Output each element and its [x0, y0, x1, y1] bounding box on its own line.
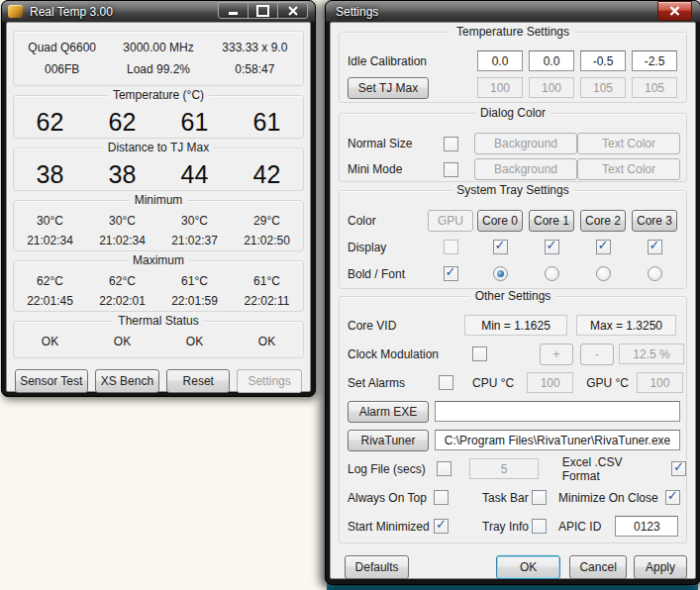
settings-close-button[interactable]	[657, 1, 692, 21]
minimize-button[interactable]	[218, 2, 249, 19]
cpu-info-panel: Quad Q6600 3000.00 MHz 333.33 x 9.0 006F…	[13, 31, 304, 86]
dialog-color-group: Dialog Color Normal Size Background Text…	[339, 113, 687, 182]
log-file-label: Log File (secs)	[348, 462, 437, 476]
idle-calibration-label: Idle Calibration	[348, 54, 474, 68]
font-core1-radio[interactable]	[545, 266, 559, 281]
set-tj-max-button[interactable]: Set TJ Max	[348, 77, 429, 99]
core1-min-temp: 30°C	[86, 211, 158, 231]
rivatuner-path-field[interactable]: C:\Program Files\RivaTuner\RivaTuner.exe	[435, 430, 680, 450]
task-bar-checkbox[interactable]	[532, 490, 547, 505]
clock-modulation-label: Clock Modulation	[348, 347, 472, 361]
always-on-top-checkbox[interactable]	[434, 490, 449, 505]
realtemp-titlebar: Real Temp 3.00	[2, 1, 315, 22]
font-core3-radio[interactable]	[648, 266, 662, 281]
realtemp-app-icon	[8, 5, 23, 18]
core0-thermal-status: OK	[14, 335, 86, 348]
minimize-on-close-label: Minimize On Close	[558, 491, 658, 505]
mini-mode-checkbox[interactable]	[444, 162, 458, 177]
settings-button: Settings	[237, 369, 302, 393]
close-button[interactable]	[277, 2, 308, 19]
tray-info-checkbox[interactable]	[532, 519, 547, 534]
display-core3-checkbox[interactable]	[648, 240, 662, 254]
core0-distance: 38	[14, 160, 86, 189]
core2-max-time: 22:01:59	[158, 291, 231, 311]
ok-button[interactable]: OK	[496, 555, 560, 579]
core-vid-min-readout: Min = 1.1625	[464, 315, 567, 336]
realtemp-button-row: Sensor Test XS Bench Reset Settings	[13, 369, 304, 393]
window-controls	[219, 2, 308, 19]
defaults-button[interactable]: Defaults	[345, 555, 409, 579]
tray-color-label: Color	[348, 214, 427, 228]
maximum-panel-title: Maximum	[128, 253, 189, 267]
core2-min-temp: 30°C	[158, 211, 231, 231]
core3-color-button[interactable]: Core 3	[632, 210, 677, 232]
core1-max-temp: 62°C	[86, 271, 158, 291]
minimize-on-close-checkbox[interactable]	[665, 490, 680, 505]
bold-font-checkbox[interactable]	[444, 266, 458, 281]
alarm-exe-button[interactable]: Alarm EXE	[348, 401, 429, 423]
core1-color-button[interactable]: Core 1	[529, 210, 574, 232]
log-file-checkbox[interactable]	[437, 461, 451, 476]
reset-button[interactable]: Reset	[166, 369, 230, 393]
gpu-alarm-label: GPU °C	[586, 376, 629, 390]
tray-display-label: Display	[348, 241, 427, 254]
core-vid-label: Core VID	[348, 319, 464, 333]
normal-size-label: Normal Size	[348, 137, 427, 150]
core0-color-button[interactable]: Core 0	[477, 210, 523, 232]
core2-temp: 61	[158, 108, 231, 137]
core3-max-time: 22:02:11	[231, 291, 303, 311]
core-vid-max-readout: Max = 1.3250	[576, 315, 676, 336]
uptime: 0:58:47	[207, 62, 303, 76]
system-tray-group: System Tray Settings Color GPU Core 0 Co…	[339, 190, 687, 289]
excel-csv-label: Excel .CSV Format	[562, 455, 662, 483]
apic-id-field[interactable]: 0123	[615, 516, 678, 537]
xs-bench-button[interactable]: XS Bench	[95, 369, 160, 393]
settings-titlebar: Settings	[326, 1, 700, 22]
clock-modulation-checkbox[interactable]	[472, 346, 487, 361]
cpu-alarm-field: 100	[527, 372, 573, 393]
other-settings-title: Other Settings	[470, 289, 556, 303]
start-minimized-label: Start Minimized	[348, 520, 434, 534]
core1-distance: 38	[86, 160, 158, 189]
apply-button[interactable]: Apply	[634, 555, 687, 579]
close-icon	[288, 6, 298, 16]
realtemp-client-area: Quad Q6600 3000.00 MHz 333.33 x 9.0 006F…	[6, 22, 311, 392]
core0-max-time: 22:01:45	[14, 291, 86, 311]
cpu-id: 006FB	[14, 62, 110, 76]
excel-csv-checkbox[interactable]	[671, 461, 686, 476]
cancel-button[interactable]: Cancel	[569, 555, 627, 579]
display-core1-checkbox[interactable]	[545, 240, 559, 254]
font-core2-radio[interactable]	[596, 266, 611, 281]
realtemp-window: Real Temp 3.00 Quad Q6600 3000.00 MHz 33…	[1, 0, 316, 397]
maximize-icon	[256, 5, 269, 17]
rivatuner-button[interactable]: RivaTuner	[348, 430, 429, 451]
font-core0-radio[interactable]	[493, 266, 508, 281]
idle-calibration-core1-field[interactable]: 0.0	[529, 50, 574, 71]
maximize-button[interactable]	[248, 2, 278, 19]
idle-calibration-core3-field[interactable]: -2.5	[632, 50, 677, 71]
start-minimized-checkbox[interactable]	[434, 519, 449, 534]
dialog-color-title: Dialog Color	[475, 106, 550, 120]
temperature-settings-title: Temperature Settings	[451, 25, 574, 39]
tj-max-core0-field: 100	[477, 77, 523, 98]
core2-color-button[interactable]: Core 2	[580, 210, 626, 232]
distance-tjmax-title: Distance to TJ Max	[103, 141, 214, 154]
display-core0-checkbox[interactable]	[493, 240, 508, 254]
cpu-load: Load 99.2%	[110, 62, 206, 76]
alarm-exe-path-field[interactable]	[435, 401, 680, 422]
thermal-status-title: Thermal Status	[113, 314, 203, 328]
idle-calibration-core0-field[interactable]: 0.0	[477, 50, 523, 71]
core0-temp: 62	[14, 108, 86, 137]
thermal-status-panel: Thermal Status OK OK OK OK	[13, 321, 304, 358]
normal-size-checkbox[interactable]	[444, 137, 458, 151]
temperature-panel-title: Temperature (°C)	[108, 88, 209, 102]
set-alarms-checkbox[interactable]	[439, 375, 453, 390]
display-core2-checkbox[interactable]	[596, 240, 611, 254]
core3-temp: 61	[231, 108, 303, 137]
core1-thermal-status: OK	[86, 335, 158, 348]
tj-max-core1-field: 100	[529, 77, 574, 98]
realtemp-window-title: Real Temp 3.00	[30, 5, 113, 19]
idle-calibration-core2-field[interactable]: -0.5	[580, 50, 626, 71]
mini-mode-label: Mini Mode	[348, 162, 427, 176]
sensor-test-button[interactable]: Sensor Test	[15, 369, 88, 393]
